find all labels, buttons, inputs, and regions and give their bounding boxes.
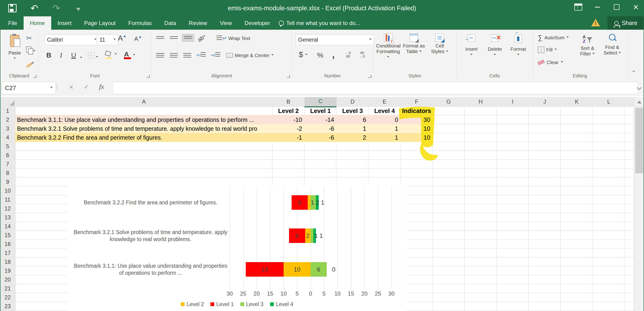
cell-C4[interactable]: -6: [304, 133, 334, 142]
column-header-L[interactable]: L: [593, 97, 625, 107]
row-header-1[interactable]: 1: [0, 106, 16, 116]
column-header-F[interactable]: F: [400, 97, 433, 107]
cell-D1[interactable]: Level 3: [336, 106, 368, 115]
cell-E1[interactable]: Level 4: [368, 106, 400, 115]
column-header-B[interactable]: B: [272, 97, 305, 107]
cell-C3[interactable]: -6: [304, 124, 334, 133]
column-header-G[interactable]: G: [432, 97, 465, 107]
tab-developer[interactable]: Developer: [238, 16, 276, 30]
close-button[interactable]: ×: [628, 0, 644, 14]
cut-button[interactable]: ✂: [26, 34, 32, 42]
alignment-dialog-launcher[interactable]: [287, 74, 290, 78]
font-size-select[interactable]: 11: [97, 34, 118, 45]
maximize-button[interactable]: [609, 0, 624, 14]
increase-indent-button[interactable]: ⇨: [211, 52, 220, 58]
cell-B2[interactable]: -10: [272, 115, 302, 124]
save-button[interactable]: [4, 0, 20, 16]
row-header-8[interactable]: 8: [0, 168, 16, 178]
number-dialog-launcher[interactable]: [368, 74, 371, 78]
sort-filter-button[interactable]: AZ Sort &Filter: [576, 34, 599, 56]
autosum-button[interactable]: ∑AutoSum: [538, 34, 569, 42]
tab-file[interactable]: File: [2, 16, 24, 30]
tab-insert[interactable]: Insert: [51, 16, 78, 30]
ribbon-display-options-button[interactable]: [570, 0, 586, 14]
find-select-button[interactable]: Find &Select: [601, 34, 624, 56]
cell-B1[interactable]: Level 2: [272, 106, 304, 115]
merge-center-button[interactable]: ↔ Merge & Center: [226, 52, 274, 58]
vertical-scrollbar[interactable]: [634, 97, 644, 311]
orientation-button[interactable]: ab: [196, 33, 207, 43]
column-header-C[interactable]: C: [304, 97, 337, 107]
underline-button[interactable]: U: [71, 51, 76, 59]
row-header-13[interactable]: 13: [0, 213, 16, 222]
shrink-font-button[interactable]: A▼: [134, 35, 142, 42]
scrollbar-thumb[interactable]: [635, 108, 643, 173]
column-header-D[interactable]: D: [336, 97, 369, 107]
cell-F1[interactable]: Indicators: [400, 106, 432, 115]
column-header-K[interactable]: K: [561, 97, 593, 107]
copy-button[interactable]: [26, 46, 36, 54]
percent-style-button[interactable]: %: [317, 51, 324, 59]
bottom-align-button[interactable]: [182, 34, 194, 42]
cancel-entry-button[interactable]: ×: [69, 83, 74, 91]
row-header-14[interactable]: 14: [0, 222, 16, 231]
row-header-11[interactable]: 11: [0, 195, 16, 204]
tab-review[interactable]: Review: [182, 16, 214, 30]
cell-A2[interactable]: Benchmark 3.1.1: Use place value underst…: [17, 115, 270, 124]
number-format-select[interactable]: General: [296, 34, 374, 45]
paste-button[interactable]: Paste: [5, 35, 25, 61]
decrease-decimal-button[interactable]: .00→.0: [359, 51, 365, 58]
row-header-5[interactable]: 5: [0, 142, 16, 151]
embedded-chart[interactable]: 30252015105051015202530Benchmark 3.2.2 F…: [67, 185, 407, 311]
bar-segment-level-3[interactable]: [310, 228, 313, 243]
row-header-2[interactable]: 2: [0, 115, 16, 124]
scroll-up-button[interactable]: [634, 97, 644, 107]
cell-E3[interactable]: 1: [368, 124, 398, 133]
insert-cells-button[interactable]: ← Insert: [461, 34, 482, 58]
cell-F2[interactable]: 30: [400, 115, 430, 124]
cell-F3[interactable]: 10: [400, 124, 430, 133]
cell-A3[interactable]: Benchmark 3.2.1 Solve problems of time a…: [17, 124, 270, 133]
row-header-21[interactable]: 21: [0, 284, 16, 293]
column-header-E[interactable]: E: [368, 97, 401, 107]
row-header-23[interactable]: 23: [0, 302, 16, 311]
row-header-18[interactable]: 18: [0, 258, 16, 266]
align-right-button[interactable]: [182, 52, 193, 60]
font-color-button[interactable]: A: [124, 50, 135, 58]
tab-view[interactable]: View: [214, 16, 238, 30]
cell-F4[interactable]: 10: [400, 133, 430, 142]
decrease-indent-button[interactable]: ⇦: [196, 52, 206, 58]
cell-E4[interactable]: 1: [368, 133, 398, 142]
clipboard-dialog-launcher[interactable]: [34, 74, 36, 78]
row-header-17[interactable]: 17: [0, 248, 16, 258]
row-header-15[interactable]: 15: [0, 231, 16, 240]
format-painter-button[interactable]: [26, 62, 32, 68]
share-button[interactable]: Share: [608, 16, 644, 30]
font-dialog-launcher[interactable]: [146, 74, 150, 78]
bar-segment-level-2[interactable]: [308, 195, 310, 210]
bold-button[interactable]: B: [46, 51, 52, 59]
legend-item-level-1[interactable]: Level 1: [210, 301, 234, 308]
increase-decimal-button[interactable]: ←.0.00: [345, 51, 351, 58]
collapse-ribbon-button[interactable]: ⌃: [631, 70, 636, 76]
accounting-format-button[interactable]: $: [299, 50, 308, 59]
legend-item-level-4[interactable]: Level 4: [270, 301, 293, 308]
redo-button[interactable]: ↷: [48, 0, 64, 16]
tab-home[interactable]: Home: [24, 16, 51, 30]
cell-D3[interactable]: 1: [336, 124, 366, 133]
clear-button[interactable]: Clear: [538, 60, 563, 65]
row-header-12[interactable]: 12: [0, 204, 16, 213]
cell-D2[interactable]: 6: [336, 115, 366, 124]
grow-font-button[interactable]: A▲: [118, 34, 126, 42]
align-left-button[interactable]: [155, 52, 166, 60]
formula-input[interactable]: [113, 82, 638, 94]
delete-cells-button[interactable]: ✕ Delete: [484, 34, 506, 58]
row-header-16[interactable]: 16: [0, 240, 16, 249]
tab-data[interactable]: Data: [158, 16, 183, 30]
sheet-grid[interactable]: ABCDEFGHIJKL1234567891011121314151617181…: [0, 96, 644, 311]
row-header-3[interactable]: 3: [0, 124, 16, 133]
row-header-22[interactable]: 22: [0, 293, 16, 302]
cell-B3[interactable]: -2: [272, 124, 302, 133]
underline-dropdown[interactable]: [80, 55, 82, 60]
name-box[interactable]: C27: [2, 82, 56, 94]
